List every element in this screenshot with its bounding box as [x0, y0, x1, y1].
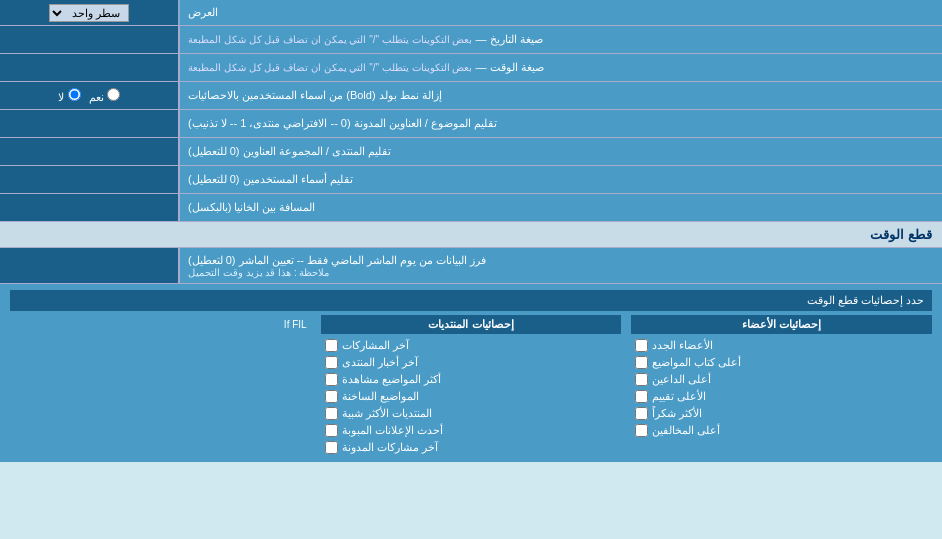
subject-order-label: تقليم الموضوع / العناوين المدونة (0 -- ا…: [180, 110, 942, 137]
cutoff-section-header: قطع الوقت: [0, 222, 942, 248]
date-format-label: صيغة التاريخ — بعض التكوينات يتطلب "/" ا…: [180, 26, 942, 53]
subject-order-input-container: 33: [0, 110, 180, 137]
list-item: المواضيع الساخنة: [321, 388, 622, 405]
cutoff-row: فرز البيانات من يوم الماشر الماضي فقط --…: [0, 248, 942, 284]
post-gap-row: المسافة بين الخانيا (بالبكسل) 2: [0, 194, 942, 222]
col-forums-title: إحصائيات المنتديات: [321, 315, 622, 334]
radio-yes[interactable]: [107, 88, 120, 101]
list-item: أكثر المواضيع مشاهدة: [321, 371, 622, 388]
list-item: الأعضاء الجدد: [631, 337, 932, 354]
forum-order-input[interactable]: 33: [6, 145, 172, 159]
forum-order-label: تقليم المنتدى / المجموعة العناوين (0 للت…: [180, 138, 942, 165]
user-trim-input-container: 0: [0, 166, 180, 193]
post-gap-input[interactable]: 2: [6, 201, 172, 215]
user-trim-row: تقليم أسماء المستخدمين (0 للتعطيل) 0: [0, 166, 942, 194]
list-item: أحدث الإعلانات المبوبة: [321, 422, 622, 439]
radio-yes-label: نعم: [89, 88, 120, 104]
checkbox-top-inviters[interactable]: [635, 373, 648, 386]
list-item: الأعلى تقييم: [631, 388, 932, 405]
forum-order-row: تقليم المنتدى / المجموعة العناوين (0 للت…: [0, 138, 942, 166]
display-row: العرض سطر واحدسطرينثلاثة أسطر: [0, 0, 942, 26]
checkbox-most-thanks[interactable]: [635, 407, 648, 420]
time-format-row: صيغة الوقت — بعض التكوينات يتطلب "/" الت…: [0, 54, 942, 82]
display-select[interactable]: سطر واحدسطرينثلاثة أسطر: [49, 4, 129, 22]
post-gap-label: المسافة بين الخانيا (بالبكسل): [180, 194, 942, 221]
checkboxes-section: حدد إحصائيات قطع الوقت إحصائيات الأعضاء …: [0, 284, 942, 462]
checkbox-classified-ads[interactable]: [325, 424, 338, 437]
list-item: الأكثر شكراً: [631, 405, 932, 422]
main-container: العرض سطر واحدسطرينثلاثة أسطر صيغة التار…: [0, 0, 942, 462]
post-gap-input-container: 2: [0, 194, 180, 221]
user-trim-label: تقليم أسماء المستخدمين (0 للتعطيل): [180, 166, 942, 193]
checkbox-new-members[interactable]: [635, 339, 648, 352]
forum-order-input-container: 33: [0, 138, 180, 165]
checkbox-hot-topics[interactable]: [325, 390, 338, 403]
time-format-input-container: H:i: [0, 54, 180, 81]
cutoff-input-container: 0: [0, 248, 180, 283]
time-format-label: صيغة الوقت — بعض التكوينات يتطلب "/" الت…: [180, 54, 942, 81]
user-trim-input[interactable]: 0: [6, 173, 172, 187]
list-item: أعلى الداعين: [631, 371, 932, 388]
radio-no[interactable]: [68, 88, 81, 101]
time-format-input[interactable]: H:i: [6, 61, 172, 75]
cutoff-note-text: If FIL: [10, 315, 311, 334]
bold-remove-row: إزالة نمط بولد (Bold) من اسماء المستخدمي…: [0, 82, 942, 110]
checkbox-col-forums: إحصائيات المنتديات آخر المشاركات آخر أخب…: [321, 315, 622, 456]
bold-remove-radio-container: نعم لا: [0, 82, 180, 109]
date-format-row: صيغة التاريخ — بعض التكوينات يتطلب "/" ا…: [0, 26, 942, 54]
display-select-container: سطر واحدسطرينثلاثة أسطر: [0, 0, 180, 25]
subject-order-input[interactable]: 33: [6, 117, 172, 131]
bold-remove-label: إزالة نمط بولد (Bold) من اسماء المستخدمي…: [180, 82, 942, 109]
checkbox-blog-posts[interactable]: [325, 441, 338, 454]
subject-order-row: تقليم الموضوع / العناوين المدونة (0 -- ا…: [0, 110, 942, 138]
cutoff-label: فرز البيانات من يوم الماشر الماضي فقط --…: [180, 248, 942, 283]
date-format-input-container: d-m: [0, 26, 180, 53]
checkbox-last-posts[interactable]: [325, 339, 338, 352]
checkbox-most-viewed[interactable]: [325, 373, 338, 386]
date-format-input[interactable]: d-m: [6, 33, 172, 47]
cutoff-input[interactable]: 0: [6, 259, 172, 273]
checkboxes-header: حدد إحصائيات قطع الوقت: [10, 290, 932, 311]
radio-no-label: لا: [58, 88, 80, 104]
list-item: أعلى كتاب المواضيع: [631, 354, 932, 371]
checkbox-most-popular[interactable]: [325, 407, 338, 420]
checkbox-col-empty: If FIL: [10, 315, 311, 456]
checkbox-forum-news[interactable]: [325, 356, 338, 369]
checkbox-top-violators[interactable]: [635, 424, 648, 437]
list-item: المنتديات الأكثر شبية: [321, 405, 622, 422]
display-label: العرض: [180, 0, 942, 25]
bold-radio-group: نعم لا: [52, 86, 125, 106]
col-members-title: إحصائيات الأعضاء: [631, 315, 932, 334]
list-item: آخر أخبار المنتدى: [321, 354, 622, 371]
list-item: أعلى المخالفين: [631, 422, 932, 439]
checkbox-top-rated[interactable]: [635, 390, 648, 403]
checkbox-columns: إحصائيات الأعضاء الأعضاء الجدد أعلى كتاب…: [10, 315, 932, 456]
checkbox-col-members: إحصائيات الأعضاء الأعضاء الجدد أعلى كتاب…: [631, 315, 932, 456]
list-item: آخر المشاركات: [321, 337, 622, 354]
list-item: آخر مشاركات المدونة: [321, 439, 622, 456]
checkbox-top-writers[interactable]: [635, 356, 648, 369]
